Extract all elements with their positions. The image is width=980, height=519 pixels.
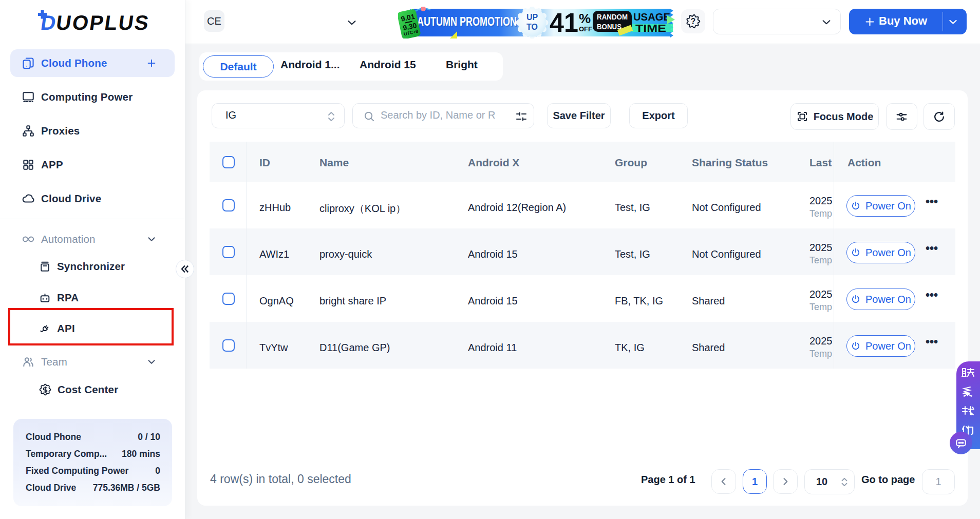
svg-text:UP: UP <box>526 13 538 22</box>
svg-text:%: % <box>579 11 591 26</box>
svg-text:OFF: OFF <box>579 25 592 33</box>
svg-text:USAGE: USAGE <box>633 11 670 23</box>
svg-text:41: 41 <box>550 8 578 37</box>
svg-text:UOPLUS: UOPLUS <box>55 11 152 34</box>
svg-text:TO: TO <box>526 23 538 31</box>
svg-text:TIME: TIME <box>635 23 666 34</box>
svg-text:BONUS: BONUS <box>597 23 621 31</box>
svg-text:AUTUMN PROMOTION: AUTUMN PROMOTION <box>417 15 517 28</box>
svg-text:RANDOM: RANDOM <box>597 13 628 21</box>
svg-text:?: ? <box>691 17 696 26</box>
